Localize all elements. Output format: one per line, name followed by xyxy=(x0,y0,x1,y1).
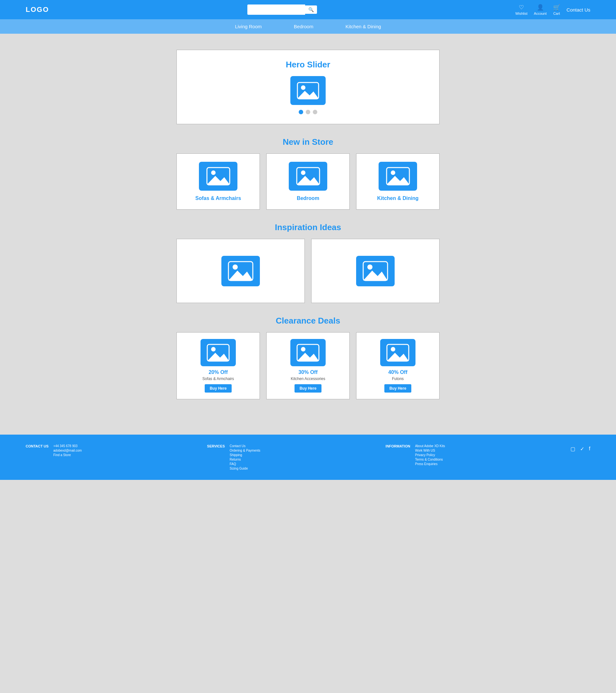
account-label: Account xyxy=(534,12,547,15)
deal-name-1: Sofas & Armchairs xyxy=(202,377,234,381)
deal-name-2: Kitchen Accessories xyxy=(291,377,325,381)
inspiration-card-1[interactable] xyxy=(177,239,305,303)
footer-services-contact[interactable]: Contact Us xyxy=(230,444,261,448)
svg-point-19 xyxy=(211,347,215,352)
svg-point-1 xyxy=(301,85,305,90)
buy-button-1[interactable]: Buy Here xyxy=(205,384,232,393)
footer-info-privacy[interactable]: Privacy Policy xyxy=(415,453,445,457)
footer-info-press[interactable]: Press Enquiries xyxy=(415,462,445,466)
footer-information-links: About Adobe XD Kits Work With US Privacy… xyxy=(415,444,445,466)
footer-info-about[interactable]: About Adobe XD Kits xyxy=(415,444,445,448)
deal-image-2 xyxy=(290,339,326,366)
nav-item-living-room[interactable]: Living Room xyxy=(232,22,265,31)
footer: CONTACT US +44 345 678 903 adobexd@mail.… xyxy=(0,435,616,480)
svg-marker-23 xyxy=(297,353,319,361)
header-actions: ♡ Wishlist 👤 Account 🛒 Cart Contact Us xyxy=(515,4,590,15)
svg-marker-17 xyxy=(363,271,388,280)
new-in-store-card-kitchen[interactable]: Kitchen & Dining xyxy=(356,154,439,210)
inspiration-title: Inspiration Ideas xyxy=(177,222,439,232)
footer-services-faq[interactable]: FAQ xyxy=(230,462,261,466)
new-in-store-card-bedroom[interactable]: Bedroom xyxy=(266,154,350,210)
svg-point-4 xyxy=(211,171,215,175)
twitter-icon[interactable]: ✓ xyxy=(580,446,584,452)
footer-services-ordering[interactable]: Ordering & Payments xyxy=(230,449,261,452)
deal-card-2: 30% Off Kitchen Accessories Buy Here xyxy=(266,332,350,399)
nav-item-bedroom[interactable]: Bedroom xyxy=(291,22,317,31)
sofas-label: Sofas & Armchairs xyxy=(196,196,241,201)
cart-button[interactable]: 🛒 Cart xyxy=(553,4,560,15)
search-input[interactable] xyxy=(247,4,305,15)
search-bar[interactable]: 🔍 xyxy=(247,4,317,15)
new-in-store-title: New in Store xyxy=(177,137,439,147)
footer-services-returns[interactable]: Returns xyxy=(230,458,261,461)
deal-card-3: 40% Off Futons Buy Here xyxy=(356,332,439,399)
cart-label: Cart xyxy=(553,12,560,15)
wishlist-label: Wishlist xyxy=(515,12,528,15)
bedroom-image-icon xyxy=(296,167,320,185)
inspiration-image-2 xyxy=(356,256,395,286)
deal-discount-3: 40% Off xyxy=(388,370,408,375)
sofas-image xyxy=(199,162,238,191)
hero-image xyxy=(290,76,326,105)
svg-point-13 xyxy=(232,264,238,270)
nav-item-kitchen-dining[interactable]: Kitchen & Dining xyxy=(342,22,384,31)
facebook-icon[interactable]: f xyxy=(589,446,590,452)
footer-information-title: INFORMATION xyxy=(386,444,410,466)
svg-marker-26 xyxy=(387,353,409,361)
deal-image-icon-3 xyxy=(386,344,409,362)
footer-services-shipping[interactable]: Shipping xyxy=(230,453,261,457)
inspiration-image-icon-1 xyxy=(228,261,253,281)
hero-slider: Hero Slider xyxy=(177,50,439,124)
svg-marker-2 xyxy=(297,91,319,99)
deal-image-icon-1 xyxy=(207,344,230,362)
footer-social: ▢ ✓ f xyxy=(571,444,590,452)
kitchen-image xyxy=(378,162,417,191)
main-content: Hero Slider New in Store xyxy=(0,34,616,435)
clearance-section: Clearance Deals 20% Off Sofas & Armchair… xyxy=(177,316,439,399)
footer-contact-email: adobexd@mail.com xyxy=(53,449,82,452)
hero-dot-1[interactable] xyxy=(299,110,303,114)
hero-title: Hero Slider xyxy=(286,60,330,70)
buy-button-2[interactable]: Buy Here xyxy=(294,384,322,393)
new-in-store-section: New in Store Sofas & Armchairs xyxy=(177,137,439,210)
new-in-store-cards: Sofas & Armchairs Bedroom xyxy=(177,154,439,210)
footer-information: INFORMATION About Adobe XD Kits Work Wit… xyxy=(386,444,445,466)
footer-contact-title: CONTACT US xyxy=(26,444,48,457)
hero-dot-2[interactable] xyxy=(306,110,310,114)
inspiration-image-1 xyxy=(221,256,260,286)
bedroom-image xyxy=(289,162,327,191)
svg-point-22 xyxy=(301,347,305,352)
wishlist-button[interactable]: ♡ Wishlist xyxy=(515,4,528,15)
search-button[interactable]: 🔍 xyxy=(305,5,317,14)
footer-services-title: SERVICES xyxy=(207,444,225,470)
footer-services-links: Contact Us Ordering & Payments Shipping … xyxy=(230,444,261,470)
account-button[interactable]: 👤 Account xyxy=(534,4,547,15)
clearance-title: Clearance Deals xyxy=(177,316,439,326)
footer-contact: CONTACT US +44 345 678 903 adobexd@mail.… xyxy=(26,444,82,457)
footer-info-work[interactable]: Work With US xyxy=(415,449,445,452)
hero-dot-3[interactable] xyxy=(313,110,317,114)
svg-point-16 xyxy=(367,264,372,270)
svg-point-10 xyxy=(391,171,395,175)
footer-contact-phone: +44 345 678 903 xyxy=(53,444,82,448)
bedroom-label: Bedroom xyxy=(297,196,319,201)
inspiration-card-2[interactable] xyxy=(311,239,439,303)
deal-card-1: 20% Off Sofas & Armchairs Buy Here xyxy=(177,332,260,399)
footer-info-terms[interactable]: Terms & Conditions xyxy=(415,458,445,461)
svg-marker-20 xyxy=(207,353,229,361)
sofas-image-icon xyxy=(206,167,230,185)
buy-button-3[interactable]: Buy Here xyxy=(384,384,412,393)
inspiration-cards xyxy=(177,239,439,303)
deal-image-3 xyxy=(380,339,415,366)
new-in-store-card-sofas[interactable]: Sofas & Armchairs xyxy=(177,154,260,210)
footer-find-store[interactable]: Find a Store xyxy=(53,453,82,457)
deal-image-1 xyxy=(201,339,236,366)
svg-marker-14 xyxy=(228,271,253,280)
contact-us-link[interactable]: Contact Us xyxy=(567,7,590,13)
instagram-icon[interactable]: ▢ xyxy=(571,446,575,452)
svg-point-25 xyxy=(391,347,395,352)
deal-name-3: Futons xyxy=(392,377,404,381)
footer-services-sizing[interactable]: Sizing Guide xyxy=(230,467,261,470)
kitchen-image-icon xyxy=(386,167,410,185)
deal-image-icon-2 xyxy=(296,344,320,362)
